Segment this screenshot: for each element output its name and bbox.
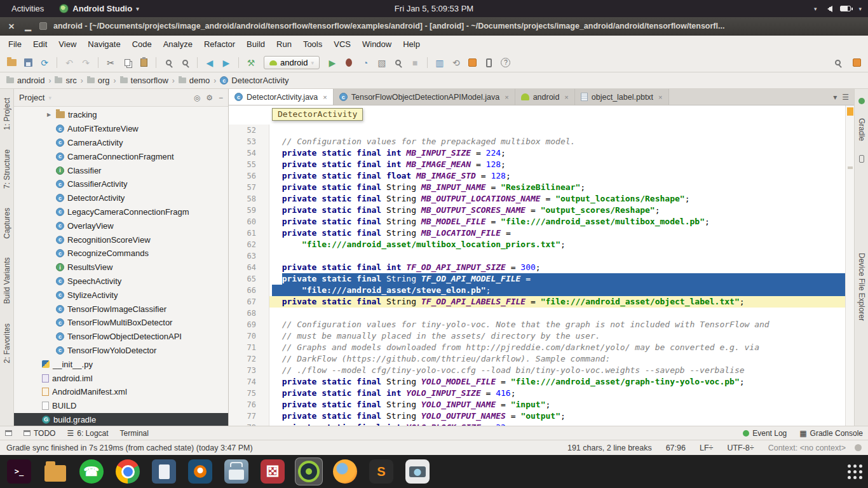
tree-item-SpeechActivity[interactable]: cSpeechActivity bbox=[14, 274, 228, 288]
close-tab-icon[interactable]: × bbox=[323, 93, 327, 101]
gear-icon[interactable]: ⚙ bbox=[206, 93, 213, 102]
search-everywhere-icon[interactable] bbox=[830, 55, 845, 71]
volume-icon[interactable] bbox=[824, 6, 832, 12]
tool-button-terminal[interactable]: Terminal bbox=[120, 429, 149, 438]
code-line-77[interactable]: 77 private static final String YOLO_OUTP… bbox=[229, 410, 854, 422]
tree-item-ResultsView[interactable]: iResultsView bbox=[14, 261, 228, 274]
save-all-icon[interactable] bbox=[20, 55, 36, 71]
close-tab-icon[interactable]: × bbox=[658, 93, 662, 101]
tabs-chevron-icon[interactable]: ▾ bbox=[833, 93, 837, 102]
dock-blender-icon[interactable] bbox=[186, 458, 214, 485]
tab-TensorFlowObjectDetectionAPIModel.java[interactable]: cTensorFlowObjectDetectionAPIModel.java× bbox=[334, 89, 515, 105]
code-line-69[interactable]: 69 // Configuration values for tiny-yolo… bbox=[229, 319, 854, 330]
tree-item-StylizeActivity[interactable]: cStylizeActivity bbox=[14, 288, 228, 302]
tree-item-android.iml[interactable]: android.iml bbox=[14, 371, 228, 385]
tool-strip-gradle[interactable]: Gradle bbox=[857, 118, 866, 141]
tool-strip-build-variants[interactable]: Build Variants bbox=[3, 257, 11, 304]
encoding-selector[interactable]: UTF-8÷ bbox=[727, 444, 754, 452]
menu-code[interactable]: Code bbox=[126, 36, 158, 53]
line-ending-selector[interactable]: LF÷ bbox=[700, 444, 713, 452]
tool-window-switcher-icon[interactable] bbox=[5, 430, 12, 436]
open-folder-icon[interactable] bbox=[4, 55, 19, 71]
code-line-62[interactable]: 62 "file:///android_asset/multibox_locat… bbox=[229, 239, 854, 250]
dock-files-icon[interactable] bbox=[41, 458, 69, 485]
network-icon[interactable]: ▾ bbox=[814, 6, 817, 12]
tree-item-TensorFlowObjectDetectionAPI[interactable]: cTensorFlowObjectDetectionAPI bbox=[14, 330, 228, 344]
cut-icon[interactable]: ✂ bbox=[103, 55, 118, 71]
dock-image-icon[interactable] bbox=[403, 458, 431, 485]
tool-strip----favorites[interactable]: 2: Favorites bbox=[3, 323, 11, 363]
breadcrumb-item-org[interactable]: org bbox=[87, 76, 110, 85]
chevron-down-icon[interactable]: ▾ bbox=[858, 6, 862, 12]
breadcrumb-item-src[interactable]: src bbox=[55, 76, 76, 85]
code-line-76[interactable]: 76 private static final String YOLO_INPU… bbox=[229, 399, 854, 410]
show-applications-icon[interactable] bbox=[846, 463, 863, 480]
tree-item-Classifier[interactable]: iClassifier bbox=[14, 163, 228, 177]
hide-panel-icon[interactable]: − bbox=[219, 93, 223, 102]
dock-chrome-icon[interactable] bbox=[114, 458, 142, 485]
code-line-68[interactable]: 68 bbox=[229, 308, 854, 319]
tool-strip----structure[interactable]: 7: Structure bbox=[3, 149, 11, 189]
code-line-67[interactable]: 67 private static final String TF_OD_API… bbox=[229, 296, 854, 308]
code-line-57[interactable]: 57 private static final String MB_INPUT_… bbox=[229, 182, 854, 193]
tree-item-tracking[interactable]: ▶tracking bbox=[14, 108, 228, 122]
toolbox-icon[interactable] bbox=[849, 55, 864, 71]
menu-run[interactable]: Run bbox=[271, 36, 297, 53]
close-tab-icon[interactable]: × bbox=[505, 93, 508, 101]
code-line-71[interactable]: 71 // Graphs and models downloaded from … bbox=[229, 342, 854, 353]
menu-window[interactable]: Window bbox=[356, 36, 397, 53]
tree-item-RecognitionScoreView[interactable]: cRecognitionScoreView bbox=[14, 233, 228, 247]
chevron-down-icon[interactable]: ▾ bbox=[48, 95, 51, 101]
tree-item-AutoFitTextureView[interactable]: cAutoFitTextureView bbox=[14, 122, 228, 136]
sdk-manager-icon[interactable] bbox=[465, 55, 480, 71]
copy-icon[interactable] bbox=[119, 55, 135, 71]
dock-sublime-icon[interactable]: S bbox=[367, 458, 395, 485]
breadcrumb-item-android[interactable]: android bbox=[6, 76, 44, 85]
code-line-60[interactable]: 60 private static final String MB_MODEL_… bbox=[229, 216, 854, 227]
breadcrumb-item-DetectorActivity[interactable]: cDetectorActivity bbox=[220, 76, 288, 85]
code-line-70[interactable]: 70 // must be manually placed in the ass… bbox=[229, 330, 854, 342]
code-line-64[interactable]: 64 private static final int TF_OD_API_IN… bbox=[229, 262, 854, 273]
dock-dice-icon[interactable]: ⚄ bbox=[259, 458, 287, 485]
app-menu[interactable]: Android Studio ▾ bbox=[59, 4, 139, 13]
tabs-list-icon[interactable]: ☰ bbox=[842, 93, 849, 102]
code-line-72[interactable]: 72 // DarkFlow (https://github.com/thtri… bbox=[229, 353, 854, 365]
tree-item-LegacyCameraConnectionFragm[interactable]: cLegacyCameraConnectionFragm bbox=[14, 205, 228, 219]
profile-icon[interactable]: ◔ bbox=[358, 55, 373, 71]
dock-whatsapp-icon[interactable]: ☎ bbox=[78, 458, 105, 485]
dock-store-icon[interactable] bbox=[222, 458, 250, 485]
tool-strip-captures[interactable]: Captures bbox=[3, 208, 11, 239]
menu-analyze[interactable]: Analyze bbox=[158, 36, 198, 53]
back-icon[interactable]: ◀ bbox=[202, 55, 217, 71]
tree-item-CameraActivity[interactable]: cCameraActivity bbox=[14, 136, 228, 150]
tab-android[interactable]: android× bbox=[515, 89, 575, 105]
code-line-63[interactable]: 63 bbox=[229, 250, 854, 262]
system-tray[interactable]: ▾ ▾ bbox=[814, 6, 862, 12]
tree-item-BUILD[interactable]: BUILD bbox=[14, 399, 228, 413]
menu-edit[interactable]: Edit bbox=[27, 36, 53, 53]
attach-icon[interactable] bbox=[391, 55, 406, 71]
analyze-icon[interactable]: ▥ bbox=[432, 55, 447, 71]
minimize-window-button[interactable]: ▁ bbox=[23, 22, 33, 31]
tree-item-DetectorActivity[interactable]: cDetectorActivity bbox=[14, 191, 228, 205]
tool-button-todo[interactable]: TODO bbox=[24, 429, 55, 438]
tab-DetectorActivity.java[interactable]: cDetectorActivity.java× bbox=[229, 89, 334, 105]
tree-item-OverlayView[interactable]: cOverlayView bbox=[14, 219, 228, 233]
code-line-59[interactable]: 59 private static final String MB_OUTPUT… bbox=[229, 205, 854, 216]
stop-icon[interactable]: ■ bbox=[407, 55, 423, 71]
menu-view[interactable]: View bbox=[53, 36, 82, 53]
code-line-55[interactable]: 55 private static final int MB_IMAGE_MEA… bbox=[229, 159, 854, 170]
forward-icon[interactable]: ▶ bbox=[219, 55, 234, 71]
highlighting-level-icon[interactable] bbox=[855, 444, 862, 451]
run-configuration-select[interactable]: android▾ bbox=[264, 56, 320, 69]
editor-body[interactable]: DetectorActivity 5253 // Configuration v… bbox=[229, 105, 854, 426]
coverage-icon[interactable]: ▧ bbox=[374, 55, 390, 71]
tree-item-TensorFlowImageClassifier[interactable]: cTensorFlowImageClassifier bbox=[14, 302, 228, 316]
code-line-73[interactable]: 73 // ./flow --model cfg/tiny-yolo-voc.c… bbox=[229, 365, 854, 376]
debug-icon[interactable] bbox=[341, 55, 356, 71]
project-panel-header[interactable]: Project ▾ ◎ ⚙ − bbox=[14, 89, 228, 107]
window-title-bar[interactable]: ✕ ▁ android - [~/Documents/projects/imag… bbox=[0, 17, 868, 36]
dock-document-icon[interactable] bbox=[150, 458, 178, 485]
locate-icon[interactable]: ◎ bbox=[194, 93, 200, 102]
code-line-54[interactable]: 54 private static final int MB_INPUT_SIZ… bbox=[229, 147, 854, 159]
